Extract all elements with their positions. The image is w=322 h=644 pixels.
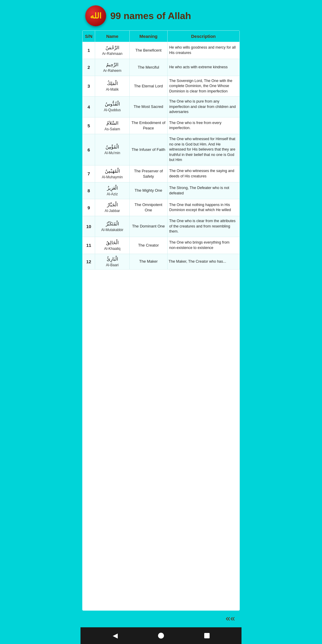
table-row: 1 الرَّحْمَنُ Ar-Rahmaan The Beneficent …: [83, 42, 240, 59]
row-description: The One who witnesses the saying and dee…: [167, 165, 239, 182]
logo-arabic-text: الله: [90, 11, 101, 21]
nav-home-button[interactable]: [158, 633, 164, 639]
row-sn: 9: [83, 199, 95, 216]
app-title: 99 names of Allah: [110, 10, 191, 21]
row-arabic: الرَّحْمَنُ: [96, 44, 128, 51]
row-sn: 2: [83, 59, 95, 76]
row-name: الْمَلِكُ Al-Malik: [95, 76, 130, 97]
row-description: The Maker, The Creator who has...: [167, 254, 239, 270]
app-logo: الله: [85, 5, 106, 26]
table-header-row: S/N Name Meaning Description: [83, 31, 240, 42]
row-meaning: The Infuser of Faith: [130, 134, 167, 165]
row-arabic: الْمُؤْمِنُ: [96, 144, 128, 150]
row-sn: 5: [83, 117, 95, 134]
row-description: The One who witnessed for Himself that n…: [167, 134, 239, 165]
app-header: الله 99 names of Allah: [80, 0, 242, 30]
row-transliteration: Al-Mutakabbir: [96, 227, 128, 233]
footer-bar: ««: [82, 611, 240, 626]
row-name: الْمُهَيْمِنُ Al-Muhaymin: [95, 165, 130, 182]
row-arabic: الْجَبَّارُ: [96, 202, 128, 208]
row-meaning: The Dominant One: [130, 216, 167, 237]
row-meaning: The Most Sacred: [130, 97, 167, 117]
row-sn: 7: [83, 165, 95, 182]
row-meaning: The Embodiment of Peace: [130, 117, 167, 134]
row-sn: 12: [83, 254, 95, 270]
row-meaning: The Omnipotent One: [130, 199, 167, 216]
row-transliteration: Al-Jabbar: [96, 208, 128, 213]
row-arabic: الْقُدُّوسُ: [96, 101, 128, 107]
table-row: 2 الرَّحِيمُ Ar-Raheem The Merciful He w…: [83, 59, 240, 76]
row-transliteration: Al-Quddus: [96, 108, 128, 113]
col-header-meaning: Meaning: [130, 31, 167, 42]
row-transliteration: As-Salam: [96, 127, 128, 132]
row-name: الْبَارِئُ Al-Baari: [95, 254, 130, 270]
row-description: The Sovereign Lord, The One with the com…: [167, 76, 239, 97]
navigation-bar: ◀: [80, 627, 242, 644]
row-description: The One who is free from every imperfect…: [167, 117, 239, 134]
row-transliteration: Al-Muhaymin: [96, 175, 128, 180]
row-transliteration: Al-Baari: [96, 263, 128, 268]
nav-back-button[interactable]: ◀: [113, 632, 118, 640]
table-row: 3 الْمَلِكُ Al-Malik The Eternal Lord Th…: [83, 76, 240, 97]
row-arabic: السَّلاَمُ: [96, 120, 128, 126]
row-description: The One who is pure from any imperfectio…: [167, 97, 239, 117]
names-table-container: S/N Name Meaning Description 1 الرَّحْمَ…: [82, 30, 240, 611]
row-arabic: الْعَزِيزُ: [96, 185, 128, 191]
col-header-name: Name: [95, 31, 130, 42]
row-name: السَّلاَمُ As-Salam: [95, 117, 130, 134]
table-row: 9 الْجَبَّارُ Al-Jabbar The Omnipotent O…: [83, 199, 240, 216]
row-name: الْقُدُّوسُ Al-Quddus: [95, 97, 130, 117]
table-row: 5 السَّلاَمُ As-Salam The Embodiment of …: [83, 117, 240, 134]
row-transliteration: Ar-Raheem: [96, 68, 128, 73]
row-arabic: الْبَارِئُ: [96, 256, 128, 262]
table-row: 4 الْقُدُّوسُ Al-Quddus The Most Sacred …: [83, 97, 240, 117]
row-arabic: الرَّحِيمُ: [96, 61, 128, 68]
row-transliteration: Al-Mu'min: [96, 151, 128, 156]
table-row: 12 الْبَارِئُ Al-Baari The Maker The Mak…: [83, 254, 240, 270]
row-sn: 11: [83, 237, 95, 254]
row-meaning: The Maker: [130, 254, 167, 270]
row-name: الْمُؤْمِنُ Al-Mu'min: [95, 134, 130, 165]
row-description: The Strong, The Defeater who is not defe…: [167, 182, 239, 199]
row-meaning: The Mighty One: [130, 182, 167, 199]
row-sn: 8: [83, 182, 95, 199]
row-name: الرَّحِيمُ Ar-Raheem: [95, 59, 130, 76]
row-arabic: الْمُهَيْمِنُ: [96, 168, 128, 174]
row-transliteration: Al-Khaaliq: [96, 246, 128, 251]
row-meaning: The Eternal Lord: [130, 76, 167, 97]
row-description: He who wills goodness and mercy for all …: [167, 42, 239, 59]
row-transliteration: Al-Aziz: [96, 192, 128, 197]
nav-recent-button[interactable]: [204, 633, 210, 638]
row-name: الرَّحْمَنُ Ar-Rahmaan: [95, 42, 130, 59]
col-header-sn: S/N: [83, 31, 95, 42]
row-name: الْخَالِقُ Al-Khaaliq: [95, 237, 130, 254]
col-header-description: Description: [167, 31, 239, 42]
row-sn: 3: [83, 76, 95, 97]
row-name: الْجَبَّارُ Al-Jabbar: [95, 199, 130, 216]
table-row: 10 الْمُتَكَبِّرُ Al-Mutakabbir The Domi…: [83, 216, 240, 237]
row-arabic: الْخَالِقُ: [96, 239, 128, 246]
row-sn: 10: [83, 216, 95, 237]
row-transliteration: Ar-Rahmaan: [96, 51, 128, 56]
row-meaning: The Merciful: [130, 59, 167, 76]
table-row: 11 الْخَالِقُ Al-Khaaliq The Creator The…: [83, 237, 240, 254]
row-name: الْعَزِيزُ Al-Aziz: [95, 182, 130, 199]
row-arabic: الْمُتَكَبِّرُ: [96, 221, 128, 227]
row-description: The One who brings everything from non-e…: [167, 237, 239, 254]
row-description: The One that nothing happens in His Domi…: [167, 199, 239, 216]
row-name: الْمُتَكَبِّرُ Al-Mutakabbir: [95, 216, 130, 237]
table-row: 7 الْمُهَيْمِنُ Al-Muhaymin The Preserve…: [83, 165, 240, 182]
back-double-arrow-icon[interactable]: ««: [226, 614, 235, 623]
row-description: He who acts with extreme kindness: [167, 59, 239, 76]
row-meaning: The Preserver of Safety: [130, 165, 167, 182]
table-row: 6 الْمُؤْمِنُ Al-Mu'min The Infuser of F…: [83, 134, 240, 165]
row-description: The One who is clear from the attributes…: [167, 216, 239, 237]
row-sn: 6: [83, 134, 95, 165]
row-meaning: The Beneficent: [130, 42, 167, 59]
row-meaning: The Creator: [130, 237, 167, 254]
names-table: S/N Name Meaning Description 1 الرَّحْمَ…: [82, 30, 240, 270]
row-arabic: الْمَلِكُ: [96, 80, 128, 86]
table-row: 8 الْعَزِيزُ Al-Aziz The Mighty One The …: [83, 182, 240, 199]
row-sn: 4: [83, 97, 95, 117]
row-sn: 1: [83, 42, 95, 59]
